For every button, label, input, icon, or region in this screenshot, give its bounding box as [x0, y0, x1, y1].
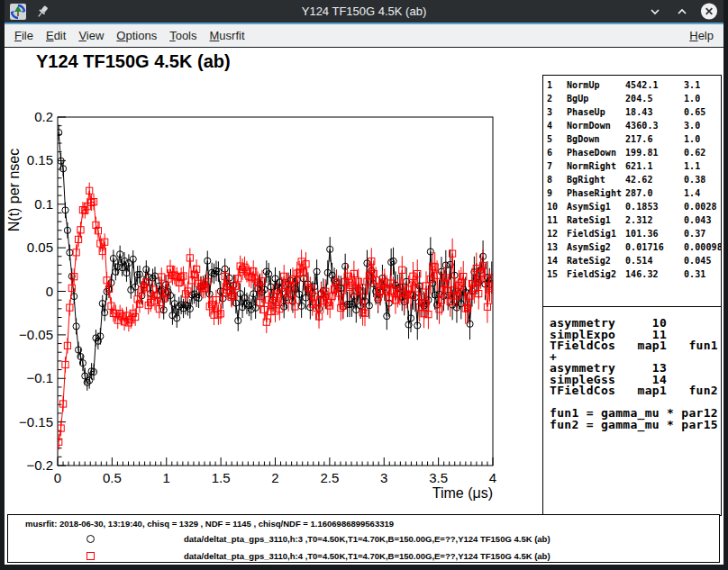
svg-text:3: 3: [380, 470, 387, 485]
fit-info-text: musrfit: 2018-06-30, 13:19:40, chisq = 1…: [25, 519, 394, 529]
param-row-AsymSig2: 13AsymSig20.017160.00098: [547, 240, 721, 254]
series-squares[interactable]: [56, 183, 496, 450]
close-button[interactable]: [700, 3, 718, 21]
param-error: 0.37: [684, 227, 721, 240]
window-controls: [646, 3, 718, 21]
param-no: 10: [547, 200, 567, 213]
param-error: 0.00098: [684, 240, 721, 254]
param-value: 287.0: [625, 186, 684, 200]
svg-text:2.5: 2.5: [320, 470, 339, 485]
menubar: FileEditViewOptionsToolsMusrfitHelp: [5, 24, 723, 48]
param-name: FieldSig2: [567, 267, 625, 281]
svg-text:3.5: 3.5: [429, 470, 448, 485]
param-error: 0.65: [684, 105, 721, 119]
param-error: 0.045: [684, 254, 721, 267]
legend-label: data/deltat_pta_gps_3110,h:3 ,T0=4.50K,T…: [184, 534, 551, 544]
param-error: 1.1: [684, 159, 721, 173]
param-row-PhaseRight: 9PhaseRight287.01.4: [547, 186, 721, 200]
param-value: 0.01716: [625, 240, 684, 254]
param-error: 0.0028: [684, 200, 721, 213]
theory-block[interactable]: asymmetry 10 simplExpo 11 TFieldCos map1…: [543, 307, 721, 430]
svg-text:0.2: 0.2: [34, 109, 53, 124]
param-value: 101.36: [625, 227, 684, 240]
param-name: PhaseRight: [567, 186, 625, 200]
param-name: BgUp: [567, 92, 625, 105]
svg-text:0.1: 0.1: [34, 196, 53, 212]
param-name: NormUp: [567, 78, 625, 92]
legend-row: data/deltat_pta_gps_3110,h:3 ,T0=4.50K,T…: [8, 534, 719, 545]
pin-icon[interactable]: [34, 4, 50, 20]
close-icon: [700, 2, 718, 21]
param-value: 0.1853: [625, 200, 684, 213]
param-value: 0.514: [625, 254, 684, 267]
param-no: 7: [547, 159, 567, 173]
param-error: 3.0: [684, 119, 721, 132]
titlebar[interactable]: Y124 TF150G 4.5K (ab): [5, 0, 723, 24]
fit-output-box[interactable]: 1NormUp4542.13.12BgUp204.51.03PhaseUp18.…: [542, 75, 722, 516]
musrfit-window: Y124 TF150G 4.5K (ab) FileEditViewOption…: [0, 0, 728, 570]
param-name: FieldSig1: [567, 227, 625, 240]
menu-tools[interactable]: Tools: [163, 24, 203, 47]
menu-edit[interactable]: Edit: [40, 24, 72, 47]
canvas-area: 00.511.522.533.540.20.150.10.050−0.05−0.…: [5, 48, 723, 565]
param-value: 2.312: [625, 213, 684, 227]
param-value: 217.6: [625, 132, 684, 146]
param-no: 4: [547, 119, 567, 132]
maximize-button[interactable]: [673, 3, 691, 21]
param-name: NormRight: [567, 159, 625, 173]
param-no: 14: [547, 254, 567, 267]
svg-text:−0.05: −0.05: [19, 327, 53, 342]
minimize-button[interactable]: [646, 3, 664, 21]
param-value: 42.62: [625, 173, 684, 186]
x-axis-title: Time (μs): [432, 485, 493, 501]
param-value: 4542.1: [625, 78, 684, 92]
param-name: BgDown: [567, 132, 625, 146]
menu-musrfit[interactable]: Musrfit: [204, 24, 251, 47]
param-error: 0.38: [684, 173, 721, 186]
menu-view[interactable]: View: [72, 24, 110, 47]
param-error: 1.0: [684, 132, 721, 146]
svg-text:0: 0: [54, 470, 61, 485]
param-no: 2: [547, 92, 567, 105]
param-row-NormUp: 1NormUp4542.13.1: [547, 78, 721, 92]
param-error: 1.0: [684, 92, 721, 105]
menu-help[interactable]: Help: [683, 24, 720, 47]
param-no: 3: [547, 105, 567, 119]
param-error: 3.1: [684, 78, 721, 92]
param-value: 204.5: [625, 92, 684, 105]
legend-label: data/deltat_pta_gps_3110,h:4 ,T0=4.50K,T…: [184, 551, 551, 561]
param-row-NormRight: 7NormRight621.11.1: [547, 159, 721, 173]
param-row-BgRight: 8BgRight42.620.38: [547, 173, 721, 186]
param-no: 9: [547, 186, 567, 200]
param-name: RateSig1: [567, 213, 625, 227]
axes: [58, 117, 493, 466]
param-row-RateSig1: 11RateSig12.3120.043: [547, 213, 721, 227]
svg-text:0.05: 0.05: [27, 240, 53, 255]
window-title: Y124 TF150G 4.5K (ab): [5, 5, 723, 18]
plot-title: Y124 TF150G 4.5K (ab): [36, 51, 231, 71]
param-value: 146.32: [625, 267, 684, 281]
root-logo-icon: [10, 4, 26, 20]
svg-text:0: 0: [46, 284, 53, 299]
series-circles[interactable]: [56, 124, 496, 390]
svg-text:−0.1: −0.1: [26, 370, 53, 385]
param-row-BgUp: 2BgUp204.51.0: [547, 92, 721, 105]
menu-options[interactable]: Options: [110, 24, 163, 47]
param-no: 6: [547, 146, 567, 159]
param-no: 8: [547, 173, 567, 186]
info-legend-box[interactable]: musrfit: 2018-06-30, 13:19:40, chisq = 1…: [7, 514, 720, 563]
param-error: 0.043: [684, 213, 721, 227]
param-no: 1: [547, 78, 567, 92]
param-name: PhaseDown: [567, 146, 625, 159]
param-error: 0.31: [684, 267, 721, 281]
open-square-icon: [86, 552, 95, 560]
param-name: BgRight: [567, 173, 625, 186]
param-row-NormDown: 4NormDown4360.33.0: [547, 119, 721, 132]
param-value: 4360.3: [625, 119, 684, 132]
menu-file[interactable]: File: [8, 24, 40, 47]
param-name: NormDown: [567, 119, 625, 132]
chevron-up-icon: [675, 5, 689, 19]
plot-canvas[interactable]: 00.511.522.533.540.20.150.10.050−0.05−0.…: [5, 48, 543, 514]
parameter-table[interactable]: 1NormUp4542.13.12BgUp204.51.03PhaseUp18.…: [543, 76, 721, 307]
svg-text:0.15: 0.15: [27, 152, 53, 167]
